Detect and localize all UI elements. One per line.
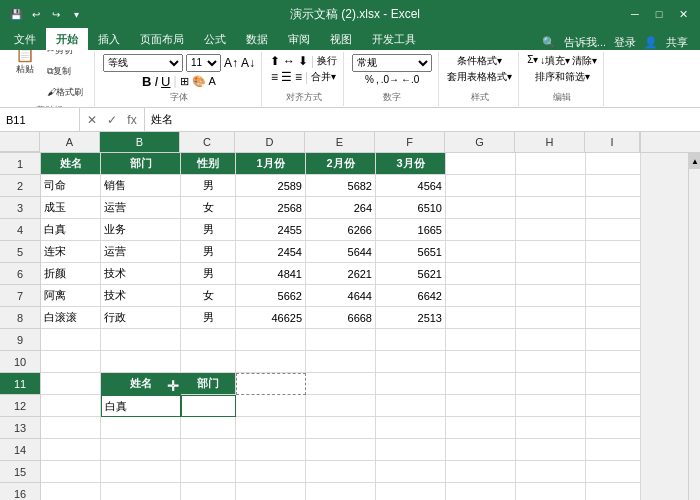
cell-d6[interactable]: 4841 — [236, 263, 306, 285]
cell-b7[interactable]: 技术 — [101, 285, 181, 307]
cell-e15[interactable] — [306, 461, 376, 483]
row-header-16[interactable]: 16 — [0, 483, 40, 500]
cell-f5[interactable]: 5651 — [376, 241, 446, 263]
redo-icon[interactable]: ↪ — [48, 6, 64, 22]
cell-i8[interactable] — [586, 307, 641, 329]
cell-h2[interactable] — [516, 175, 586, 197]
cell-g5[interactable] — [446, 241, 516, 263]
cell-a2[interactable]: 司命 — [41, 175, 101, 197]
cell-f14[interactable] — [376, 439, 446, 461]
cell-f1[interactable]: 3月份 — [376, 153, 446, 175]
cell-c11[interactable]: 部门 — [181, 373, 236, 395]
format-painter-button[interactable]: 🖌格式刷 — [42, 83, 88, 102]
cell-d7[interactable]: 5662 — [236, 285, 306, 307]
row-header-2[interactable]: 2 — [0, 175, 40, 197]
cell-f8[interactable]: 2513 — [376, 307, 446, 329]
cell-c3[interactable]: 女 — [181, 197, 236, 219]
cell-g7[interactable] — [446, 285, 516, 307]
number-format-select[interactable]: 常规 — [352, 54, 432, 72]
cell-g6[interactable] — [446, 263, 516, 285]
cell-h7[interactable] — [516, 285, 586, 307]
cell-f3[interactable]: 6510 — [376, 197, 446, 219]
cell-c10[interactable] — [181, 351, 236, 373]
cell-d15[interactable] — [236, 461, 306, 483]
cell-d8[interactable]: 46625 — [236, 307, 306, 329]
cell-i1[interactable] — [586, 153, 641, 175]
cell-i15[interactable] — [586, 461, 641, 483]
cell-g15[interactable] — [446, 461, 516, 483]
merge-button[interactable]: 合并▾ — [311, 70, 336, 84]
cell-e7[interactable]: 4644 — [306, 285, 376, 307]
cell-g12[interactable] — [446, 395, 516, 417]
cell-e16[interactable] — [306, 483, 376, 500]
cell-b15[interactable] — [101, 461, 181, 483]
row-header-4[interactable]: 4 — [0, 219, 40, 241]
minimize-button[interactable]: ─ — [626, 5, 644, 23]
cell-f10[interactable] — [376, 351, 446, 373]
cell-f15[interactable] — [376, 461, 446, 483]
col-header-c[interactable]: C — [180, 132, 235, 152]
formula-input[interactable] — [145, 108, 700, 131]
comma-button[interactable]: , — [376, 74, 379, 85]
cell-a4[interactable]: 白真 — [41, 219, 101, 241]
close-button[interactable]: ✕ — [674, 5, 692, 23]
row-header-3[interactable]: 3 — [0, 197, 40, 219]
align-right-button[interactable]: ≡ — [295, 70, 302, 84]
cell-d4[interactable]: 2455 — [236, 219, 306, 241]
cell-a14[interactable] — [41, 439, 101, 461]
row-header-6[interactable]: 6 — [0, 263, 40, 285]
cell-e4[interactable]: 6266 — [306, 219, 376, 241]
cell-reference[interactable]: B11 — [0, 108, 80, 131]
cell-e12[interactable] — [306, 395, 376, 417]
cell-e6[interactable]: 2621 — [306, 263, 376, 285]
row-header-12[interactable]: 12 — [0, 395, 40, 417]
cell-f13[interactable] — [376, 417, 446, 439]
row-header-10[interactable]: 10 — [0, 351, 40, 373]
cell-d9[interactable] — [236, 329, 306, 351]
cell-c16[interactable] — [181, 483, 236, 500]
tab-file[interactable]: 文件 — [4, 28, 46, 50]
col-header-g[interactable]: G — [445, 132, 515, 152]
cell-f11[interactable] — [376, 373, 446, 395]
cell-a3[interactable]: 成玉 — [41, 197, 101, 219]
cell-i10[interactable] — [586, 351, 641, 373]
cell-i12[interactable] — [586, 395, 641, 417]
cell-a6[interactable]: 折颜 — [41, 263, 101, 285]
cell-d2[interactable]: 2589 — [236, 175, 306, 197]
row-header-7[interactable]: 7 — [0, 285, 40, 307]
cell-g14[interactable] — [446, 439, 516, 461]
cell-b12[interactable]: 白真 — [101, 395, 181, 417]
format-table-button[interactable]: 套用表格格式▾ — [447, 71, 512, 82]
cell-e9[interactable] — [306, 329, 376, 351]
bold-button[interactable]: B — [142, 74, 151, 89]
cell-a13[interactable] — [41, 417, 101, 439]
customize-icon[interactable]: ▾ — [68, 6, 84, 22]
cell-a1[interactable]: 姓名 — [41, 153, 101, 175]
cell-d1[interactable]: 1月份 — [236, 153, 306, 175]
decrease-decimal-button[interactable]: ←.0 — [401, 74, 419, 85]
vertical-scrollbar[interactable]: ▲ ▼ — [688, 153, 700, 500]
cell-g10[interactable] — [446, 351, 516, 373]
cell-b2[interactable]: 销售 — [101, 175, 181, 197]
cell-d10[interactable] — [236, 351, 306, 373]
cell-c8[interactable]: 男 — [181, 307, 236, 329]
conditional-format-button[interactable]: 条件格式▾ — [457, 54, 502, 68]
cell-f4[interactable]: 1665 — [376, 219, 446, 241]
cell-c1[interactable]: 性别 — [181, 153, 236, 175]
cell-i11[interactable] — [586, 373, 641, 395]
cell-i6[interactable] — [586, 263, 641, 285]
tab-home[interactable]: 开始 — [46, 28, 88, 50]
row-header-5[interactable]: 5 — [0, 241, 40, 263]
cell-e13[interactable] — [306, 417, 376, 439]
cell-h6[interactable] — [516, 263, 586, 285]
row-header-8[interactable]: 8 — [0, 307, 40, 329]
cell-h12[interactable] — [516, 395, 586, 417]
col-header-i[interactable]: I — [585, 132, 640, 152]
cell-c5[interactable]: 男 — [181, 241, 236, 263]
percent-button[interactable]: % — [365, 74, 374, 85]
col-header-f[interactable]: F — [375, 132, 445, 152]
cell-e1[interactable]: 2月份 — [306, 153, 376, 175]
cell-b4[interactable]: 业务 — [101, 219, 181, 241]
cell-c4[interactable]: 男 — [181, 219, 236, 241]
cell-c7[interactable]: 女 — [181, 285, 236, 307]
